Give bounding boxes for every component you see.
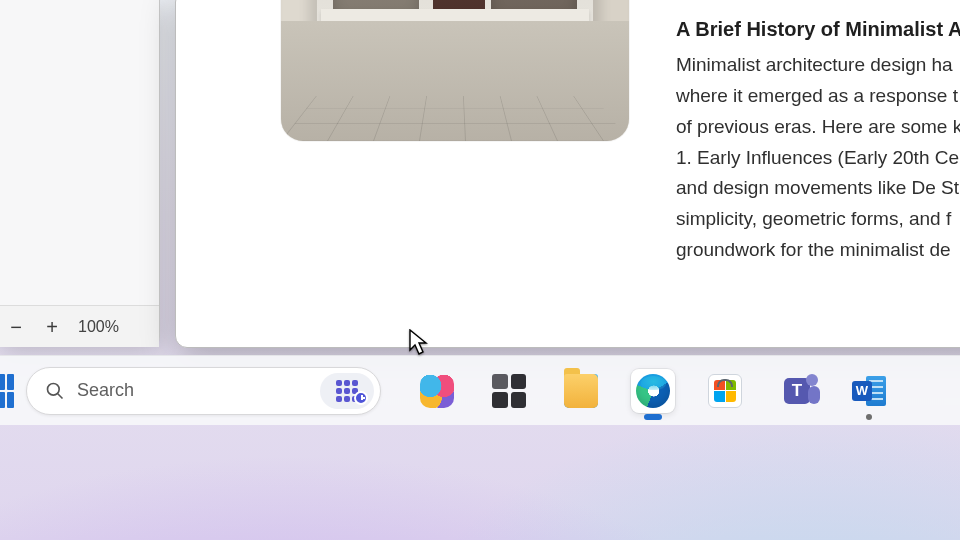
browser-window: A Brief History of Minimalist Arc Minima… [175, 0, 960, 348]
article-line: groundwork for the minimalist de [676, 235, 960, 266]
start-button[interactable] [0, 367, 14, 415]
article-heading: A Brief History of Minimalist Arc [676, 13, 960, 46]
page-content[interactable]: A Brief History of Minimalist Arc Minima… [176, 0, 960, 347]
running-indicator [866, 414, 872, 420]
taskbar-app-store[interactable] [703, 369, 747, 413]
background-window: − + 100% [0, 0, 160, 347]
zoom-value: 100% [78, 318, 119, 336]
search-placeholder: Search [77, 380, 308, 401]
edge-icon [636, 374, 670, 408]
taskview-icon [492, 374, 526, 408]
folder-icon [564, 374, 598, 408]
article-line: and design movements like De St [676, 173, 960, 204]
svg-line-1 [58, 393, 63, 398]
taskbar-app-taskview[interactable] [487, 369, 531, 413]
store-icon [708, 374, 742, 408]
article-line: where it emerged as a response t [676, 81, 960, 112]
article-text: A Brief History of Minimalist Arc Minima… [676, 13, 960, 266]
taskbar-apps: T W [415, 369, 891, 413]
taskbar-app-word[interactable]: W [847, 369, 891, 413]
word-icon: W [852, 374, 886, 408]
article-line: Minimalist architecture design ha [676, 50, 960, 81]
taskbar-app-explorer[interactable] [559, 369, 603, 413]
active-indicator [644, 414, 662, 420]
teams-icon: T [780, 374, 814, 408]
zoom-out-button[interactable]: − [6, 317, 26, 337]
search-icon [45, 381, 65, 401]
taskbar-app-edge[interactable] [631, 369, 675, 413]
zoom-toolbar: − + 100% [0, 305, 159, 347]
article-line: of previous eras. Here are some k [676, 112, 960, 143]
copilot-icon [420, 374, 454, 408]
clock-badge-icon [354, 391, 368, 405]
taskbar-app-teams[interactable]: T [775, 369, 819, 413]
article-line: 1. Early Influences (Early 20th Ce [676, 143, 960, 174]
windows-logo-icon [0, 374, 14, 408]
svg-point-0 [48, 383, 60, 395]
taskbar-search[interactable]: Search [26, 367, 381, 415]
article-hero-image [281, 0, 629, 141]
zoom-in-button[interactable]: + [42, 317, 62, 337]
search-highlight-widget[interactable] [320, 373, 374, 409]
taskbar: Search T W [0, 355, 960, 425]
article-line: simplicity, geometric forms, and f [676, 204, 960, 235]
taskbar-app-copilot[interactable] [415, 369, 459, 413]
